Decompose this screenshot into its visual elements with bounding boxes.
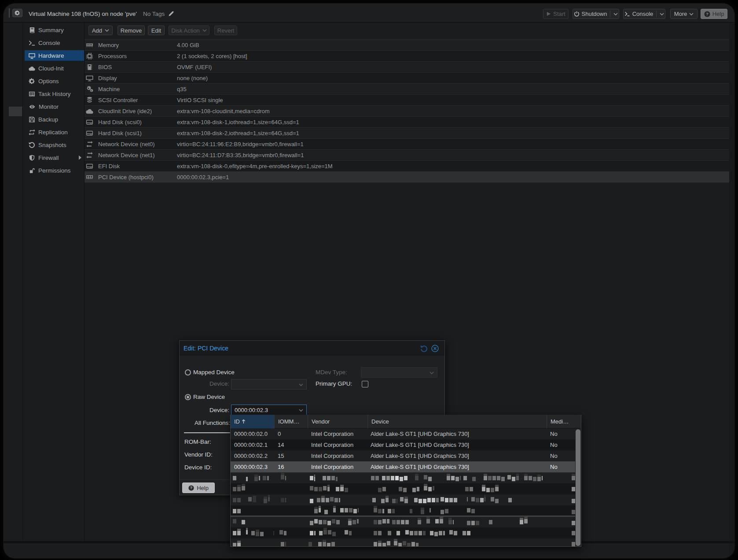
svg-text:?: ? — [190, 486, 192, 490]
svg-text:?: ? — [706, 11, 709, 16]
